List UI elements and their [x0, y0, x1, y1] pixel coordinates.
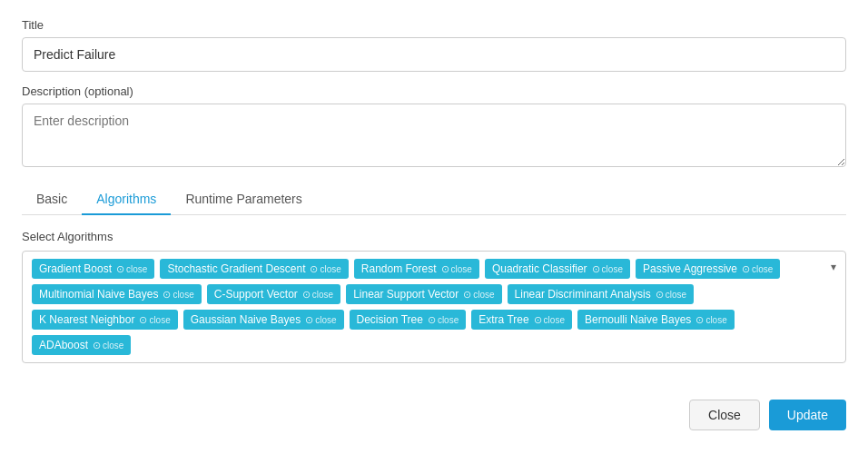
algorithm-tag-label: Multinomial Naive Bayes [39, 288, 158, 301]
algorithm-tag-close[interactable]: close [310, 263, 340, 275]
algorithm-tag: C-Support Vectorclose [207, 284, 340, 304]
algorithm-tag-close[interactable]: close [302, 289, 333, 301]
algorithm-tag: Stochastic Gradient Descentclose [160, 259, 348, 279]
algorithm-tag-label: Bernoulli Naive Bayes [585, 313, 691, 326]
algorithm-tag-close[interactable]: close [656, 289, 686, 301]
select-algorithms-label: Select Algorithms [22, 230, 846, 243]
algorithm-tag-label: Stochastic Gradient Descent [167, 262, 305, 275]
algorithm-tag: Extra Treeclose [471, 310, 572, 330]
algorithm-tag: Multinomial Naive Bayesclose [32, 284, 202, 304]
algorithm-tag-label: Decision Tree [357, 313, 423, 326]
algorithms-container: ▾ Gradient BoostcloseStochastic Gradient… [22, 251, 846, 363]
tab-algorithms[interactable]: Algorithms [82, 184, 171, 215]
algorithm-tag-close[interactable]: close [163, 289, 193, 301]
description-textarea[interactable] [22, 104, 846, 167]
close-button[interactable]: Close [689, 400, 760, 430]
algorithm-tag-close[interactable]: close [463, 289, 494, 301]
algorithm-tag: Bernoulli Naive Bayesclose [577, 310, 735, 330]
update-button[interactable]: Update [769, 400, 846, 430]
algorithm-tag: ADAboostclose [32, 335, 131, 355]
tab-basic[interactable]: Basic [22, 184, 82, 215]
algorithm-tag-close[interactable]: close [441, 263, 472, 275]
algorithm-tag: Gaussian Naive Bayesclose [183, 310, 344, 330]
algorithm-tag: Passive Aggressiveclose [636, 259, 780, 279]
algorithm-tag-close[interactable]: close [93, 340, 123, 351]
algorithm-tag-close[interactable]: close [592, 263, 623, 275]
algorithm-tag: Decision Treeclose [350, 310, 467, 330]
algorithm-tag-label: Gradient Boost [39, 262, 112, 275]
algorithm-tag-label: K Nearest Neighbor [39, 313, 134, 326]
footer-buttons: Close Update [22, 400, 846, 430]
algorithm-tag: Random Forestclose [354, 259, 479, 279]
algorithm-tag-label: Extra Tree [478, 313, 528, 326]
algorithm-tag-close[interactable]: close [139, 314, 170, 326]
algorithm-tag-close[interactable]: close [742, 263, 773, 275]
algorithm-tag: Linear Support Vectorclose [346, 284, 501, 304]
dropdown-arrow-icon[interactable]: ▾ [831, 261, 836, 273]
algorithm-tag-label: Linear Support Vector [353, 288, 459, 301]
algorithm-tag-label: Quadratic Classifier [492, 262, 587, 275]
algorithm-tag-label: Passive Aggressive [643, 262, 737, 275]
title-input[interactable] [22, 37, 846, 72]
algorithm-tag: Quadratic Classifierclose [485, 259, 630, 279]
title-field-label: Title [22, 18, 846, 32]
algorithm-tag-close[interactable]: close [428, 314, 459, 326]
algorithm-tag: Linear Discriminant Analysisclose [508, 284, 694, 304]
description-field-label: Description (optional) [22, 84, 846, 98]
algorithm-tag-label: ADAboost [39, 339, 88, 351]
algorithm-tag-close[interactable]: close [695, 314, 726, 326]
algorithm-tag: Gradient Boostclose [32, 259, 154, 279]
algorithm-tag-close[interactable]: close [534, 314, 565, 326]
algorithm-tag: K Nearest Neighborclose [32, 310, 178, 330]
algorithm-tag-close[interactable]: close [116, 263, 147, 275]
algorithm-tag-close[interactable]: close [305, 314, 336, 326]
tab-runtime-parameters[interactable]: Runtime Parameters [171, 184, 316, 215]
algorithm-tag-label: Linear Discriminant Analysis [515, 288, 651, 301]
algorithm-tag-label: Random Forest [361, 262, 437, 275]
tabs-bar: Basic Algorithms Runtime Parameters [22, 184, 846, 215]
algorithm-tag-label: C-Support Vector [214, 288, 298, 301]
algorithm-tag-label: Gaussian Naive Bayes [191, 313, 301, 326]
